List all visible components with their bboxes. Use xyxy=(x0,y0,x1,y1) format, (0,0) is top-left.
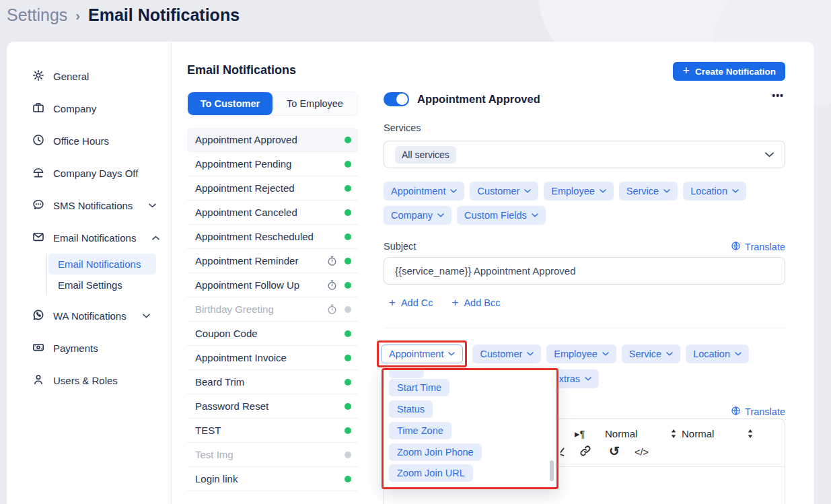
notification-item[interactable]: Appointment Rejected xyxy=(187,176,358,201)
chevron-down-icon xyxy=(765,152,774,157)
sidebar-item-wa-notifications[interactable]: WA Notifications xyxy=(7,299,171,332)
submenu-item-email-settings[interactable]: Email Settings xyxy=(48,275,156,295)
more-options-button[interactable]: ••• xyxy=(772,90,784,101)
notification-item[interactable]: Appointment Invoice xyxy=(187,346,358,370)
paragraph-direction-tool[interactable]: ▸¶ xyxy=(575,428,585,440)
placeholder-customer[interactable]: Customer xyxy=(472,345,541,363)
notification-label: TEST xyxy=(195,425,221,436)
body-placeholder-row: Appointment Customer Employee Service Lo… xyxy=(377,340,749,367)
clipped-toolbar-icon xyxy=(560,447,565,456)
placeholder-appointment[interactable]: Appointment xyxy=(384,182,464,201)
cc-bcc-row: +Add Cc +Add Bcc xyxy=(389,296,500,310)
placeholder-appointment-open[interactable]: Appointment xyxy=(381,345,463,363)
notification-item[interactable]: Appointment Canceled xyxy=(187,201,358,225)
placeholder-service[interactable]: Service xyxy=(622,345,680,363)
notification-item[interactable]: Password Reset xyxy=(187,394,358,419)
placeholder-customer[interactable]: Customer xyxy=(470,182,538,201)
dropdown-scrollbar[interactable] xyxy=(550,460,554,481)
dropdown-item-time-zone[interactable]: Time Zone xyxy=(389,422,451,439)
notification-item[interactable]: Beard Trim xyxy=(187,370,358,394)
services-select[interactable]: All services xyxy=(384,141,785,168)
chip-label: Customer xyxy=(477,186,519,196)
submenu-item-email-notifications[interactable]: Email Notifications xyxy=(48,254,156,275)
sidebar-item-payments[interactable]: Payments xyxy=(7,332,171,364)
placeholder-location[interactable]: Location xyxy=(683,182,746,201)
notification-item[interactable]: Appointment Approved xyxy=(187,128,358,152)
add-cc-label: Add Cc xyxy=(401,297,433,308)
notification-item[interactable]: Appointment Reminder xyxy=(187,249,358,273)
email-notifications-settings-page: { "breadcrumb": { "section": "Settings",… xyxy=(0,0,831,504)
sidebar-item-company-days-off[interactable]: Company Days Off xyxy=(7,157,171,189)
notification-item[interactable]: Birthday Greeting xyxy=(187,297,358,322)
email-notifications-submenu: Email Notifications Email Settings xyxy=(46,254,171,295)
notification-item[interactable]: Login link xyxy=(187,467,358,491)
timer-icon xyxy=(326,303,338,315)
sidebar-item-label: General xyxy=(53,71,89,82)
sidebar-item-email-notifications[interactable]: Email Notifications xyxy=(7,221,171,254)
appointment-placeholders-dropdown: Start Time Status Time Zone Zoom Join Ph… xyxy=(382,368,558,489)
notification-label: Appointment Follow Up xyxy=(195,279,299,291)
chevron-down-icon xyxy=(585,377,591,381)
font-select[interactable]: Normal xyxy=(682,428,753,439)
chevron-down-icon xyxy=(602,352,609,356)
translate-label: Translate xyxy=(745,406,785,417)
sidebar-item-label: WA Notifications xyxy=(53,310,127,322)
notification-enabled-toggle[interactable] xyxy=(384,92,409,106)
dropdown-item-zoom-join-url[interactable]: Zoom Join URL xyxy=(389,464,473,482)
section-title: Email Notifications xyxy=(187,63,296,77)
placeholder-service[interactable]: Service xyxy=(619,182,678,201)
chat-bubble-icon xyxy=(32,198,45,213)
chevron-down-icon xyxy=(448,352,455,356)
subject-translate-link[interactable]: Translate xyxy=(731,241,785,253)
add-cc-link[interactable]: +Add Cc xyxy=(389,296,433,310)
link-icon[interactable] xyxy=(579,445,591,457)
notification-item[interactable]: TEST xyxy=(187,419,358,443)
sidebar-item-general[interactable]: General xyxy=(7,60,171,92)
notification-item[interactable]: Appointment Rescheduled xyxy=(187,225,358,249)
chip-label: Appointment xyxy=(391,186,445,196)
create-notification-button[interactable]: + Create Notification xyxy=(673,62,785,81)
chevron-down-icon xyxy=(600,189,606,193)
sidebar-item-sms-notifications[interactable]: SMS Notifications xyxy=(7,189,171,221)
notification-label: Login link xyxy=(195,473,238,484)
subject-input[interactable]: {{service_name}} Appointment Approved xyxy=(384,257,785,285)
format-block-select[interactable]: Normal xyxy=(605,428,676,439)
notification-item[interactable]: Test Img xyxy=(187,443,358,467)
code-view-button[interactable]: </> xyxy=(635,447,649,458)
dropdown-item-zoom-join-phone[interactable]: Zoom Join Phone xyxy=(389,443,482,461)
notification-label: Beard Trim xyxy=(195,376,244,388)
notification-item[interactable]: Appointment Pending xyxy=(187,152,358,176)
chip-label: Company xyxy=(391,210,433,221)
notification-item[interactable]: Appointment Follow Up xyxy=(187,273,358,297)
placeholder-company[interactable]: Company xyxy=(384,206,451,225)
notification-title: Appointment Approved xyxy=(417,93,540,106)
dropdown-item-status[interactable]: Status xyxy=(389,400,433,418)
tab-to-employee[interactable]: To Employee xyxy=(273,92,357,115)
body-translate-link[interactable]: Translate xyxy=(731,406,785,418)
main-card: General Company Office Hours Company Day… xyxy=(7,42,814,504)
breadcrumb-settings[interactable]: Settings xyxy=(7,5,67,25)
add-bcc-link[interactable]: +Add Bcc xyxy=(452,296,501,310)
sidebar-item-office-hours[interactable]: Office Hours xyxy=(7,124,171,157)
code-view-label: </> xyxy=(635,447,649,458)
sidebar-item-company[interactable]: Company xyxy=(7,92,171,124)
notification-item[interactable]: Coupon Code xyxy=(187,322,358,346)
notification-label: Test Img xyxy=(195,449,233,460)
undo-icon[interactable]: ↺ xyxy=(609,443,620,459)
envelope-icon xyxy=(32,230,45,246)
chevron-down-icon xyxy=(735,352,742,356)
placeholder-location[interactable]: Location xyxy=(686,345,749,363)
placeholder-employee[interactable]: Employee xyxy=(544,182,613,201)
sidebar-item-users-roles[interactable]: Users & Roles xyxy=(7,364,171,396)
sidebar-item-label: Company Days Off xyxy=(53,168,138,179)
status-dot xyxy=(345,282,351,289)
placeholder-employee[interactable]: Employee xyxy=(546,345,616,363)
notification-label: Appointment Rescheduled xyxy=(195,231,314,242)
placeholder-custom-fields[interactable]: Custom Fields xyxy=(457,206,546,225)
tab-to-customer[interactable]: To Customer xyxy=(188,92,273,115)
status-dot xyxy=(345,355,351,361)
settings-sidebar: General Company Office Hours Company Day… xyxy=(7,42,172,504)
clipped-chip[interactable] xyxy=(389,368,424,378)
chip-label: Service xyxy=(629,349,661,359)
dropdown-item-start-time[interactable]: Start Time xyxy=(389,379,449,396)
